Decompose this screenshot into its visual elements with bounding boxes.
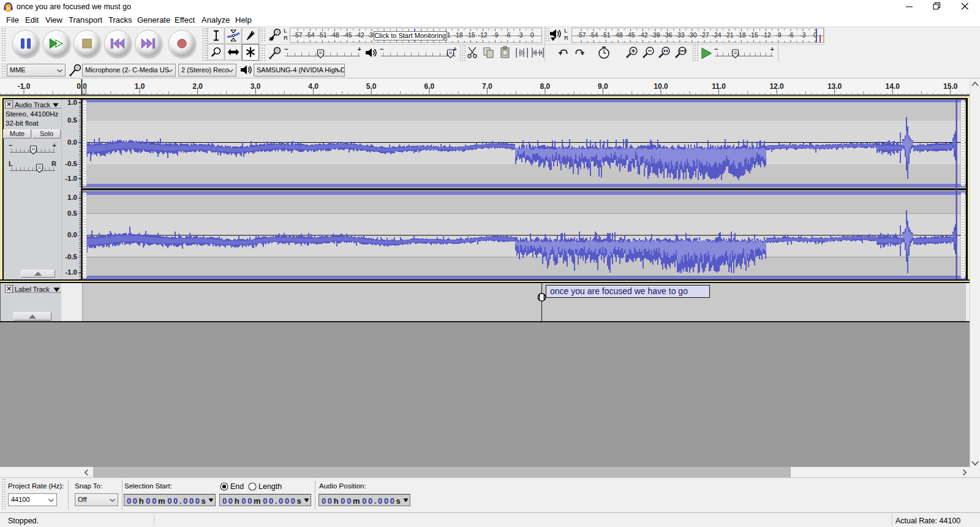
svg-text:12.0: 12.0 bbox=[769, 82, 784, 91]
svg-text:3.0: 3.0 bbox=[251, 82, 261, 91]
svg-text:2.0: 2.0 bbox=[192, 82, 203, 91]
svg-text:11.0: 11.0 bbox=[712, 82, 726, 91]
svg-text:1.0: 1.0 bbox=[135, 82, 145, 91]
svg-text:5.0: 5.0 bbox=[366, 82, 377, 91]
svg-text:9.0: 9.0 bbox=[598, 82, 608, 91]
svg-text:-1.0: -1.0 bbox=[18, 82, 31, 91]
svg-text:4.0: 4.0 bbox=[308, 82, 318, 91]
svg-text:7.0: 7.0 bbox=[482, 82, 492, 91]
svg-text:8.0: 8.0 bbox=[540, 82, 551, 91]
svg-text:6.0: 6.0 bbox=[424, 82, 434, 91]
svg-text:15.0: 15.0 bbox=[943, 82, 958, 91]
svg-text:13.0: 13.0 bbox=[827, 82, 842, 91]
svg-text:14.0: 14.0 bbox=[886, 82, 900, 91]
svg-text:10.0: 10.0 bbox=[654, 82, 668, 91]
